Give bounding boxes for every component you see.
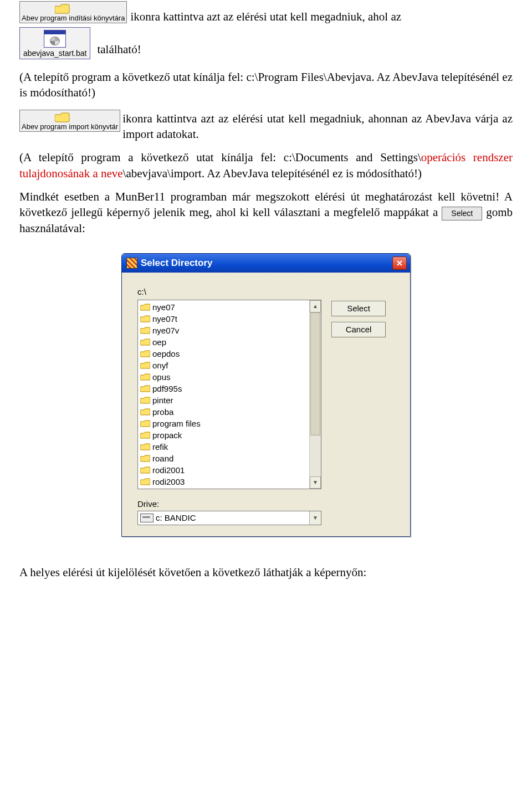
list-item-label: oep <box>152 337 166 347</box>
list-item[interactable]: proba <box>140 406 309 418</box>
list-item-label: onyf <box>152 361 168 370</box>
import-folder-label: Abev program import könyvtár <box>22 122 118 131</box>
paragraph-1: (A telepítő program a következő utat kín… <box>19 69 513 101</box>
list-item-label: pinter <box>152 396 173 405</box>
scroll-up-button[interactable]: ▲ <box>310 300 321 312</box>
batch-file-icon <box>44 30 66 48</box>
list-item[interactable]: opus <box>140 371 309 383</box>
close-button[interactable] <box>392 256 407 270</box>
text-after-bat: található! <box>97 30 141 57</box>
drive-select[interactable]: c: BANDIC ▼ <box>137 511 321 525</box>
list-item[interactable]: nye07 <box>140 301 309 313</box>
list-item-label: pdf995s <box>152 384 182 393</box>
current-path-label: c:\ <box>137 287 399 296</box>
list-item-label: oepdos <box>152 349 180 358</box>
list-item-label: rodi2001 <box>152 465 185 475</box>
dialog-title: Select Directory <box>141 258 392 269</box>
list-item-label: program files <box>152 419 201 428</box>
select-button[interactable]: Select <box>331 301 386 316</box>
list-item-label: roand <box>152 454 173 463</box>
list-item[interactable]: rodi2001 <box>140 464 309 476</box>
start-folder-chip[interactable]: Abev program indítási könyvtára <box>19 1 127 23</box>
list-item-label: nye07t <box>152 314 177 324</box>
directory-listbox[interactable]: nye07nye07tnye07voepoepdosonyfopuspdf995… <box>137 300 321 489</box>
folder-icon <box>55 111 70 122</box>
dialog-app-icon <box>126 258 137 269</box>
list-item[interactable]: refik <box>140 441 309 453</box>
list-item-label: refik <box>152 442 168 451</box>
scroll-thumb[interactable] <box>310 312 320 435</box>
list-item[interactable]: pinter <box>140 394 309 406</box>
chevron-down-icon: ▼ <box>309 511 321 525</box>
list-item-label: rodi2003 <box>152 477 185 486</box>
drive-label: Drive: <box>137 499 399 509</box>
start-folder-label: Abev program indítási könyvtára <box>22 14 125 22</box>
select-directory-dialog: Select Directory c:\ nye07nye07tnye07voe… <box>121 253 411 537</box>
list-item[interactable]: program files <box>140 418 309 429</box>
text-after-chip1: ikonra kattintva azt az elérési utat kel… <box>130 0 513 24</box>
list-item[interactable]: pdf995s <box>140 383 309 394</box>
paragraph-2: (A telepítő program a következő utat kín… <box>19 150 513 181</box>
folder-icon <box>55 3 70 14</box>
list-item-label: proba <box>152 407 173 417</box>
bat-file-chip[interactable]: abevjava_start.bat <box>19 27 90 59</box>
bat-file-label: abevjava_start.bat <box>23 49 86 58</box>
list-item-label: nye07 <box>152 302 175 312</box>
cancel-button[interactable]: Cancel <box>331 322 386 337</box>
select-button-inline[interactable]: Select <box>442 207 482 220</box>
list-item[interactable]: onyf <box>140 360 309 371</box>
drive-value: c: BANDIC <box>156 513 309 522</box>
list-item[interactable]: oep <box>140 336 309 348</box>
import-folder-chip[interactable]: Abev program import könyvtár <box>19 110 120 132</box>
list-item[interactable]: rodi2003 <box>140 476 309 488</box>
list-item-label: opus <box>152 372 171 382</box>
dialog-titlebar[interactable]: Select Directory <box>122 254 410 273</box>
list-item[interactable]: propack <box>140 429 309 441</box>
scroll-down-button[interactable]: ▼ <box>310 476 321 489</box>
listbox-scrollbar[interactable]: ▲ ▼ <box>309 300 321 489</box>
list-item[interactable]: nye07t <box>140 313 309 325</box>
list-item[interactable]: oepdos <box>140 348 309 360</box>
paragraph-3: Mindkét esetben a MunBer11 programban má… <box>19 189 513 237</box>
list-item[interactable]: nye07v <box>140 325 309 336</box>
list-item[interactable]: roand <box>140 453 309 464</box>
paragraph-tail: A helyes elérési út kijelölését követően… <box>19 565 513 580</box>
close-icon <box>396 260 403 266</box>
drive-icon <box>140 514 154 522</box>
list-item-label: nye07v <box>152 326 179 335</box>
list-item-label: propack <box>152 430 182 440</box>
text-after-chip2: ikonra kattintva azt az elérési utat kel… <box>122 109 513 142</box>
